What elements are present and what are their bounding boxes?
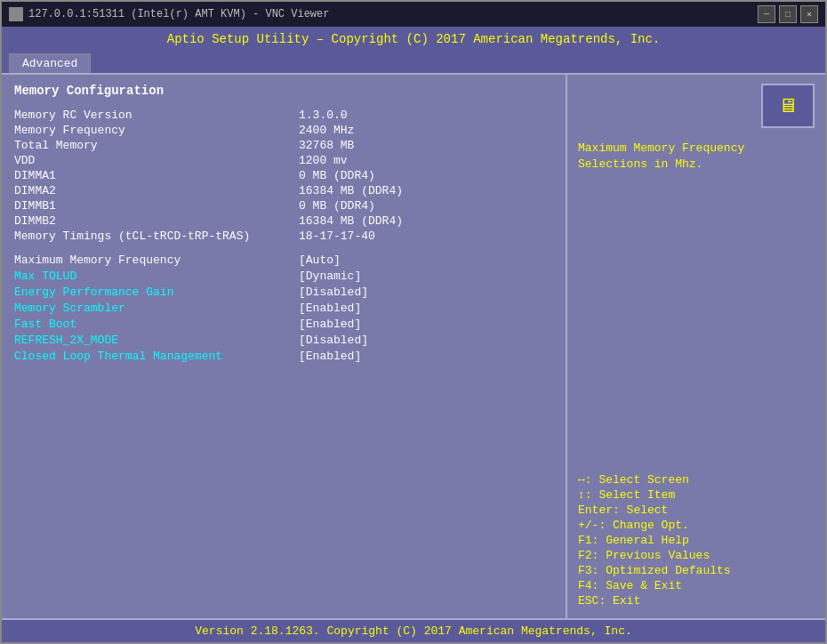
value-total-memory: 32768 MB xyxy=(299,139,354,152)
label-total-memory: Total Memory xyxy=(14,139,299,152)
maximize-button[interactable]: □ xyxy=(779,5,797,23)
label-memory-rc: Memory RC Version xyxy=(14,109,299,122)
app-icon xyxy=(9,7,23,21)
left-panel: Memory Configuration Memory RC Version 1… xyxy=(2,75,567,618)
value-vdd: 1200 mv xyxy=(299,154,348,167)
info-row-memory-rc: Memory RC Version 1.3.0.0 xyxy=(14,109,553,122)
config-value-mem-scrambler: [Enabled] xyxy=(299,302,361,315)
right-panel: 🖥 Maximum Memory FrequencySelections in … xyxy=(567,75,825,618)
label-dimmb2: DIMMB2 xyxy=(14,214,299,228)
tab-bar: Advanced xyxy=(2,52,825,73)
label-dimma1: DIMMA1 xyxy=(14,169,299,182)
config-row-refresh-2x: REFRESH_2X_MODE [Disabled] xyxy=(14,334,553,347)
config-label-max-tolud[interactable]: Max TOLUD xyxy=(14,270,299,283)
info-row-dimmb1: DIMMB1 0 MB (DDR4) xyxy=(14,199,553,213)
label-memory-freq: Memory Frequency xyxy=(14,124,299,137)
computer-icon: 🖥 xyxy=(778,94,798,118)
config-value-closed-loop: [Enabled] xyxy=(299,350,361,363)
titlebar: 127.0.0.1:51311 (Intel(r) AMT KVM) - VNC… xyxy=(2,2,825,27)
config-row-max-mem-freq: Maximum Memory Frequency [Auto] xyxy=(14,254,553,267)
key-hints: ↔: Select Screen ↕: Select Item Enter: S… xyxy=(578,473,815,609)
minimize-button[interactable]: ─ xyxy=(758,5,775,23)
key-hint-select-screen: ↔: Select Screen xyxy=(578,473,815,487)
config-row-mem-scrambler: Memory Scrambler [Enabled] xyxy=(14,302,553,315)
titlebar-controls: ─ □ ✕ xyxy=(758,5,818,23)
info-row-memory-freq: Memory Frequency 2400 MHz xyxy=(14,124,553,137)
config-value-energy-perf: [Disabled] xyxy=(299,286,368,299)
label-dimma2: DIMMA2 xyxy=(14,184,299,197)
label-vdd: VDD xyxy=(14,154,299,167)
close-button[interactable]: ✕ xyxy=(800,5,818,23)
key-hint-enter-select: Enter: Select xyxy=(578,503,815,517)
section-title: Memory Configuration xyxy=(14,84,553,98)
config-value-fast-boot: [Enabled] xyxy=(299,318,361,331)
key-hint-esc: ESC: Exit xyxy=(578,594,815,608)
window-title: 127.0.0.1:51311 (Intel(r) AMT KVM) - VNC… xyxy=(28,8,329,20)
label-timings: Memory Timings (tCL-tRCD-tRP-tRAS) xyxy=(14,229,299,243)
info-row-dimmb2: DIMMB2 16384 MB (DDR4) xyxy=(14,214,553,228)
info-row-vdd: VDD 1200 mv xyxy=(14,154,553,167)
value-dimma2: 16384 MB (DDR4) xyxy=(299,184,403,197)
titlebar-left: 127.0.0.1:51311 (Intel(r) AMT KVM) - VNC… xyxy=(9,7,329,21)
bios-header: Aptio Setup Utility – Copyright (C) 2017… xyxy=(2,27,825,52)
bios-footer-text: Version 2.18.1263. Copyright (C) 2017 Am… xyxy=(195,624,631,638)
value-dimmb1: 0 MB (DDR4) xyxy=(299,199,375,213)
value-memory-freq: 2400 MHz xyxy=(299,124,354,137)
key-hint-f2: F2: Previous Values xyxy=(578,549,815,562)
config-value-refresh-2x: [Disabled] xyxy=(299,334,368,347)
config-label-max-mem-freq[interactable]: Maximum Memory Frequency xyxy=(14,254,299,267)
info-row-total-memory: Total Memory 32768 MB xyxy=(14,139,553,152)
config-row-max-tolud: Max TOLUD [Dynamic] xyxy=(14,270,553,283)
value-dimma1: 0 MB (DDR4) xyxy=(299,169,375,182)
bios-container: Aptio Setup Utility – Copyright (C) 2017… xyxy=(2,27,825,642)
key-hint-select-item: ↕: Select Item xyxy=(578,488,815,502)
config-label-mem-scrambler[interactable]: Memory Scrambler xyxy=(14,302,299,315)
config-row-energy-perf: Energy Performance Gain [Disabled] xyxy=(14,286,553,299)
bios-header-text: Aptio Setup Utility – Copyright (C) 2017… xyxy=(167,32,661,46)
vnc-window: 127.0.0.1:51311 (Intel(r) AMT KVM) - VNC… xyxy=(0,0,827,644)
tab-advanced-label: Advanced xyxy=(22,57,77,70)
key-hint-f4: F4: Save & Exit xyxy=(578,579,815,592)
info-row-dimma2: DIMMA2 16384 MB (DDR4) xyxy=(14,184,553,197)
config-label-closed-loop[interactable]: Closed Loop Thermal Management xyxy=(14,350,299,363)
config-row-fast-boot: Fast Boot [Enabled] xyxy=(14,318,553,331)
value-memory-rc: 1.3.0.0 xyxy=(299,109,348,122)
bios-main: Memory Configuration Memory RC Version 1… xyxy=(2,73,825,618)
config-row-closed-loop: Closed Loop Thermal Management [Enabled] xyxy=(14,350,553,363)
key-hint-f3: F3: Optimized Defaults xyxy=(578,564,815,577)
bios-footer: Version 2.18.1263. Copyright (C) 2017 Am… xyxy=(2,618,825,642)
info-row-timings: Memory Timings (tCL-tRCD-tRP-tRAS) 18-17… xyxy=(14,229,553,243)
info-row-dimma1: DIMMA1 0 MB (DDR4) xyxy=(14,169,553,182)
tab-advanced[interactable]: Advanced xyxy=(9,53,91,73)
config-value-max-tolud: [Dynamic] xyxy=(299,270,361,283)
config-label-fast-boot[interactable]: Fast Boot xyxy=(14,318,299,331)
key-hint-change-opt: +/-: Change Opt. xyxy=(578,519,815,532)
label-dimmb1: DIMMB1 xyxy=(14,199,299,213)
bios-logo: 🖥 xyxy=(761,84,815,128)
config-value-max-mem-freq: [Auto] xyxy=(299,254,341,267)
config-label-refresh-2x[interactable]: REFRESH_2X_MODE xyxy=(14,334,299,347)
value-timings: 18-17-17-40 xyxy=(299,229,375,243)
key-hint-f1: F1: General Help xyxy=(578,534,815,547)
help-text: Maximum Memory FrequencySelections in Mh… xyxy=(578,141,815,173)
value-dimmb2: 16384 MB (DDR4) xyxy=(299,214,403,228)
config-label-energy-perf[interactable]: Energy Performance Gain xyxy=(14,286,299,299)
